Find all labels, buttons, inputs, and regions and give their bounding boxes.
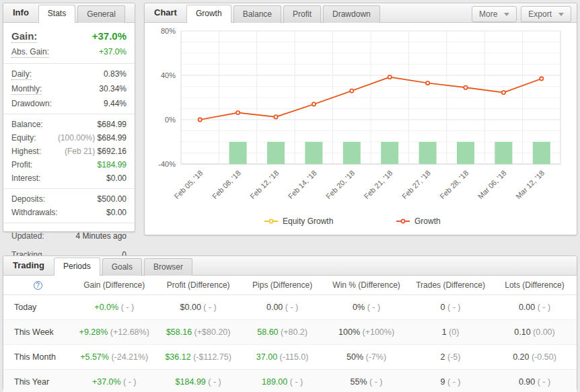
- chart-tab-balance[interactable]: Balance: [233, 5, 281, 23]
- cell-difference: (+100%): [362, 327, 394, 337]
- info-row-daily: Daily:0.83%: [3, 67, 135, 82]
- periods-table: ?Gain (Difference)Profit (Difference)Pip…: [3, 276, 577, 392]
- y-axis-label: -40%: [158, 160, 176, 168]
- chart-panel: Chart GrowthBalanceProfitDrawdown More E…: [144, 3, 577, 235]
- periods-header-profit-difference: Profit (Difference): [156, 276, 240, 295]
- info-value: $0.00: [106, 208, 126, 217]
- chart-bar[interactable]: [267, 142, 285, 164]
- growth-point[interactable]: [502, 91, 505, 94]
- period-cell: $36.12 (-$112.75): [156, 345, 240, 370]
- chart-bar[interactable]: [419, 142, 437, 164]
- chart-bar[interactable]: [457, 142, 474, 164]
- legend-marker-point: [401, 219, 404, 223]
- chart-bar[interactable]: [343, 142, 361, 164]
- growth-point[interactable]: [350, 89, 353, 93]
- periods-header-help: ?: [3, 276, 72, 295]
- export-button-label: Export: [528, 9, 552, 19]
- divider: [3, 114, 135, 114]
- y-axis-label: 80%: [161, 27, 176, 35]
- chart-tabstrip: Chart GrowthBalanceProfitDrawdown More E…: [145, 3, 577, 23]
- growth-point[interactable]: [540, 77, 543, 80]
- cell-value: 2: [441, 352, 447, 362]
- periods-table-body: Today+0.0% ( - )$0.00 ( - )0.00 ( - )0% …: [3, 295, 577, 392]
- periods-row-this-week: This Week+9.28% (+12.68%)$58.16 (+$80.20…: [3, 320, 577, 345]
- cell-value: 0%: [353, 303, 367, 312]
- cell-value: 9: [441, 377, 447, 387]
- cell-value: 55%: [351, 377, 370, 387]
- chart-bar[interactable]: [495, 142, 512, 164]
- cell-value: 0.10: [514, 327, 533, 337]
- divider: [3, 223, 135, 223]
- help-icon[interactable]: ?: [34, 281, 42, 290]
- cell-difference: (-7%): [366, 352, 387, 362]
- growth-point[interactable]: [312, 102, 316, 106]
- period-cell: $184.99 ( - ): [156, 370, 240, 392]
- chart-bar[interactable]: [533, 142, 550, 164]
- cell-difference: ( - ): [208, 377, 221, 387]
- chart-tab-growth[interactable]: Growth: [186, 5, 231, 23]
- cell-value: 1: [442, 327, 449, 337]
- legend-item-growth[interactable]: Growth: [414, 217, 441, 226]
- info-label: Balance:: [11, 120, 43, 129]
- cell-difference: ( - ): [447, 303, 460, 312]
- growth-point[interactable]: [198, 118, 202, 121]
- chart-tab-drawdown[interactable]: Drawdown: [323, 5, 380, 23]
- cell-value: +9.28%: [79, 327, 110, 337]
- info-label: Daily:: [11, 69, 32, 80]
- cell-difference: ( - ): [538, 377, 550, 387]
- info-value: 0.83%: [104, 69, 126, 79]
- growth-point[interactable]: [388, 75, 392, 79]
- chart-actions: More Export: [472, 6, 571, 22]
- period-cell: 0.20 (-0.50): [493, 345, 577, 370]
- chart-tab-profit[interactable]: Profit: [283, 5, 321, 23]
- info-tab-stats[interactable]: Stats: [38, 5, 75, 23]
- period-cell: +5.57% (-24.21%): [72, 345, 156, 370]
- growth-point[interactable]: [274, 115, 277, 118]
- cell-difference: ( - ): [367, 303, 380, 312]
- trading-tab-goals[interactable]: Goals: [102, 258, 142, 276]
- x-axis-label: Mar 12, '18: [514, 169, 546, 200]
- legend-item-equity-growth[interactable]: Equity Growth: [283, 217, 333, 226]
- info-value-muted: (Feb 21): [65, 147, 98, 156]
- more-button[interactable]: More: [472, 6, 517, 22]
- export-button[interactable]: Export: [521, 6, 571, 22]
- cell-value: +5.57%: [80, 352, 111, 362]
- trading-tab-periods[interactable]: Periods: [54, 258, 100, 276]
- cell-difference: (-24.21%): [111, 352, 148, 362]
- cell-difference: (-$112.75): [193, 352, 231, 362]
- growth-point[interactable]: [236, 111, 240, 114]
- trading-tabstrip: Trading PeriodsGoalsBrowser: [3, 256, 577, 276]
- chart-bar[interactable]: [381, 142, 398, 164]
- info-row-profit: Profit:$184.99: [3, 158, 135, 171]
- info-value: $500.00: [98, 194, 126, 204]
- info-label: Gain:: [11, 30, 37, 43]
- period-cell: 0% ( - ): [324, 295, 408, 320]
- cell-value: 189.00: [262, 377, 290, 387]
- info-tab-general[interactable]: General: [77, 5, 125, 23]
- cell-difference: ( - ): [290, 377, 303, 387]
- info-label: Profit:: [11, 160, 32, 169]
- info-row-gain: Gain:+37.0%: [3, 27, 135, 45]
- trading-tab-browser[interactable]: Browser: [144, 258, 192, 276]
- growth-point[interactable]: [464, 86, 467, 89]
- x-axis-label: Feb 14, '18: [287, 169, 318, 200]
- periods-row-this-year: This Year+37.0% ( - )$184.99 ( - )189.00…: [3, 370, 577, 392]
- x-axis-label: Feb 12, '18: [248, 169, 280, 200]
- cell-value: +37.0%: [92, 377, 123, 387]
- chart-bar[interactable]: [305, 142, 322, 164]
- growth-chart[interactable]: 80%40%0%-40%Feb 05, '18Feb 08, '18Feb 12…: [145, 23, 577, 235]
- x-axis-label: Feb 05, '18: [172, 169, 204, 200]
- period-label: This Month: [3, 345, 72, 370]
- cell-difference: (+12.68%): [110, 327, 149, 337]
- trading-panel-title: Trading: [3, 256, 54, 275]
- period-cell: 189.00 ( - ): [240, 370, 324, 392]
- cell-value: $0.00: [180, 303, 204, 312]
- periods-row-this-month: This Month+5.57% (-24.21%)$36.12 (-$112.…: [3, 345, 577, 370]
- cell-difference: (+$80.20): [194, 327, 231, 337]
- info-label: Drawdown:: [11, 99, 52, 108]
- growth-point[interactable]: [426, 81, 429, 85]
- chart-bar[interactable]: [229, 142, 247, 164]
- info-tabstrip: Info StatsGeneral: [3, 3, 135, 23]
- info-label: Withdrawals:: [11, 208, 58, 217]
- cell-value: $184.99: [176, 377, 209, 387]
